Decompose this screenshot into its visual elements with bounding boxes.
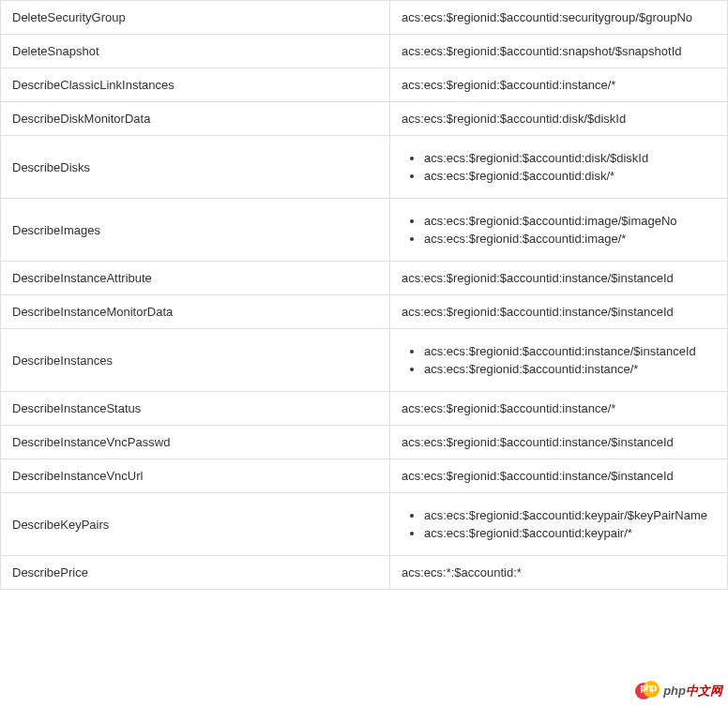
table-row: DescribeInstanceVncUrlacs:ecs:$regionid:… xyxy=(1,459,728,493)
resource-item: acs:ecs:$regionid:$accountid:keypair/$ke… xyxy=(424,506,716,524)
action-cell: DeleteSnapshot xyxy=(1,35,390,68)
resource-cell: acs:ecs:$regionid:$accountid:disk/$diskI… xyxy=(390,136,728,199)
table-row: DescribeInstanceVncPasswdacs:ecs:$region… xyxy=(1,426,728,459)
action-cell: DescribeInstanceMonitorData xyxy=(1,295,390,329)
resource-cell: acs:ecs:$regionid:$accountid:instance/$i… xyxy=(390,262,728,295)
resource-cell: acs:ecs:$regionid:$accountid:snapshot/$s… xyxy=(390,35,728,68)
table-row: DescribeDisksacs:ecs:$regionid:$accounti… xyxy=(1,136,728,199)
resource-cell: acs:ecs:$regionid:$accountid:instance/* xyxy=(390,392,728,426)
table-row: DeleteSecurityGroupacs:ecs:$regionid:$ac… xyxy=(1,1,728,35)
table-row: DescribeClassicLinkInstancesacs:ecs:$reg… xyxy=(1,68,728,102)
resource-cell: acs:ecs:$regionid:$accountid:disk/$diskI… xyxy=(390,102,728,136)
resource-item: acs:ecs:$regionid:$accountid:instance/$i… xyxy=(424,342,716,360)
resource-cell: acs:ecs:$regionid:$accountid:instance/$i… xyxy=(390,329,728,392)
table-row: DescribeInstanceStatusacs:ecs:$regionid:… xyxy=(1,392,728,426)
action-cell: DescribeInstanceStatus xyxy=(1,392,390,426)
resource-item: acs:ecs:$regionid:$accountid:disk/* xyxy=(424,167,716,185)
resource-list: acs:ecs:$regionid:$accountid:image/$imag… xyxy=(402,212,716,248)
table-row: DescribePriceacs:ecs:*:$accountid:* xyxy=(1,556,728,590)
action-cell: DescribePrice xyxy=(1,556,390,590)
table-row: DescribeInstanceAttributeacs:ecs:$region… xyxy=(1,262,728,295)
resource-list: acs:ecs:$regionid:$accountid:keypair/$ke… xyxy=(402,506,716,542)
action-cell: DescribeInstanceVncPasswd xyxy=(1,426,390,459)
resource-cell: acs:ecs:$regionid:$accountid:instance/$i… xyxy=(390,459,728,493)
resource-cell: acs:ecs:$regionid:$accountid:keypair/$ke… xyxy=(390,493,728,556)
resource-cell: acs:ecs:$regionid:$accountid:securitygro… xyxy=(390,1,728,35)
table-row: DescribeDiskMonitorDataacs:ecs:$regionid… xyxy=(1,102,728,136)
resource-cell: acs:ecs:$regionid:$accountid:image/$imag… xyxy=(390,199,728,262)
resource-item: acs:ecs:$regionid:$accountid:instance/* xyxy=(424,360,716,378)
api-resource-table: DeleteSecurityGroupacs:ecs:$regionid:$ac… xyxy=(0,0,728,590)
resource-cell: acs:ecs:*:$accountid:* xyxy=(390,556,728,590)
resource-cell: acs:ecs:$regionid:$accountid:instance/$i… xyxy=(390,295,728,329)
table-row: DescribeInstancesacs:ecs:$regionid:$acco… xyxy=(1,329,728,392)
table-row: DeleteSnapshotacs:ecs:$regionid:$account… xyxy=(1,35,728,68)
resource-item: acs:ecs:$regionid:$accountid:disk/$diskI… xyxy=(424,149,716,167)
resource-item: acs:ecs:$regionid:$accountid:image/* xyxy=(424,230,716,248)
action-cell: DescribeClassicLinkInstances xyxy=(1,68,390,102)
action-cell: DescribeInstanceAttribute xyxy=(1,262,390,295)
table-row: DescribeInstanceMonitorDataacs:ecs:$regi… xyxy=(1,295,728,329)
table-row: DescribeKeyPairsacs:ecs:$regionid:$accou… xyxy=(1,493,728,556)
resource-list: acs:ecs:$regionid:$accountid:disk/$diskI… xyxy=(402,149,716,185)
resource-list: acs:ecs:$regionid:$accountid:instance/$i… xyxy=(402,342,716,378)
resource-item: acs:ecs:$regionid:$accountid:keypair/* xyxy=(424,524,716,542)
action-cell: DeleteSecurityGroup xyxy=(1,1,390,35)
action-cell: DescribeImages xyxy=(1,199,390,262)
action-cell: DescribeInstanceVncUrl xyxy=(1,459,390,493)
resource-cell: acs:ecs:$regionid:$accountid:instance/$i… xyxy=(390,426,728,459)
action-cell: DescribeInstances xyxy=(1,329,390,392)
table-row: DescribeImagesacs:ecs:$regionid:$account… xyxy=(1,199,728,262)
resource-cell: acs:ecs:$regionid:$accountid:instance/* xyxy=(390,68,728,102)
resource-item: acs:ecs:$regionid:$accountid:image/$imag… xyxy=(424,212,716,230)
action-cell: DescribeDisks xyxy=(1,136,390,199)
action-cell: DescribeDiskMonitorData xyxy=(1,102,390,136)
action-cell: DescribeKeyPairs xyxy=(1,493,390,556)
